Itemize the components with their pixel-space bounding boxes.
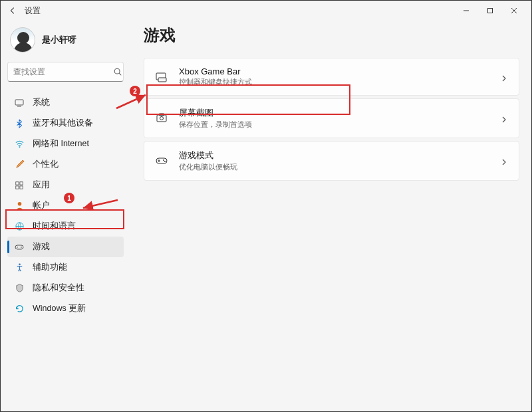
search-box[interactable] (7, 62, 124, 82)
svg-point-4 (114, 68, 120, 74)
sidebar-item-privacy[interactable]: 隐私和安全性 (7, 278, 124, 298)
svg-point-13 (17, 202, 21, 206)
sidebar-item-label: 帐户 (33, 200, 50, 211)
sidebar-item-label: Windows 更新 (33, 303, 86, 314)
card-game-mode[interactable]: 游戏模式 优化电脑以便畅玩 (144, 141, 519, 181)
avatar (10, 27, 35, 52)
search-input[interactable] (13, 67, 113, 76)
wifi-icon (14, 139, 25, 150)
annotation-badge-2: 2 (130, 86, 140, 96)
titlebar: 设置 (1, 1, 531, 21)
svg-rect-10 (20, 181, 23, 184)
card-title: 游戏模式 (179, 150, 489, 161)
window-title: 设置 (25, 5, 41, 17)
sidebar-item-update[interactable]: Windows 更新 (7, 298, 124, 319)
svg-rect-20 (158, 78, 166, 82)
svg-point-18 (19, 263, 21, 265)
svg-point-17 (21, 247, 22, 248)
sidebar-item-bluetooth[interactable]: 蓝牙和其他设备 (7, 113, 124, 134)
globe-icon (14, 221, 25, 232)
apps-icon (14, 180, 25, 191)
capture-icon (155, 112, 168, 125)
chevron-right-icon (500, 114, 508, 122)
username: 是小轩呀 (42, 34, 76, 46)
nav-list: 系统 蓝牙和其他设备 网络和 Internet 个性化 应用 帐户 (7, 92, 124, 319)
gamemode-icon (155, 154, 168, 167)
svg-rect-11 (16, 185, 19, 188)
svg-rect-6 (15, 100, 23, 105)
sidebar-item-apps[interactable]: 应用 (7, 175, 124, 195)
cards-list: Xbox Game Bar 控制器和键盘快捷方式 屏幕截图 保存位置，录制首选项… (144, 58, 519, 181)
svg-rect-12 (20, 185, 23, 188)
main-content: 游戏 Xbox Game Bar 控制器和键盘快捷方式 屏幕截图 保存位置，录制… (130, 21, 531, 411)
svg-rect-15 (15, 245, 23, 249)
back-button[interactable] (6, 4, 19, 17)
sidebar-item-label: 个性化 (33, 159, 59, 170)
user-icon (14, 201, 25, 211)
sidebar-item-label: 游戏 (33, 241, 50, 253)
card-text: Xbox Game Bar 控制器和键盘快捷方式 (179, 66, 489, 87)
user-profile[interactable]: 是小轩呀 (7, 25, 124, 62)
update-icon (14, 304, 25, 314)
xbox-bar-icon (155, 70, 168, 84)
svg-point-16 (17, 247, 18, 248)
card-captures[interactable]: 屏幕截图 保存位置，录制首选项 (144, 98, 519, 138)
maximize-button[interactable] (478, 1, 502, 20)
card-text: 游戏模式 优化电脑以便畅玩 (179, 150, 489, 172)
brush-icon (14, 159, 25, 170)
sidebar-item-accessibility[interactable]: 辅助功能 (7, 257, 124, 278)
sidebar-item-label: 隐私和安全性 (33, 282, 84, 294)
sidebar-item-label: 应用 (33, 179, 50, 191)
sidebar-item-label: 网络和 Internet (33, 138, 89, 150)
chevron-right-icon (500, 73, 508, 81)
svg-point-27 (163, 159, 164, 161)
svg-point-28 (164, 161, 166, 162)
sidebar-item-personalize[interactable]: 个性化 (7, 154, 124, 175)
svg-point-8 (19, 146, 20, 148)
sidebar-item-system[interactable]: 系统 (7, 92, 124, 113)
search-icon (113, 67, 122, 76)
chevron-right-icon (500, 157, 508, 165)
page-title: 游戏 (144, 25, 519, 46)
close-button[interactable] (502, 1, 526, 20)
sidebar-item-label: 系统 (33, 97, 50, 108)
accessibility-icon (14, 262, 25, 273)
card-title: 屏幕截图 (179, 107, 489, 119)
sidebar: 是小轩呀 系统 蓝牙和其他设备 网络和 Internet 个性化 (1, 21, 130, 411)
sidebar-item-label: 时间和语言 (33, 221, 76, 232)
card-xbox-game-bar[interactable]: Xbox Game Bar 控制器和键盘快捷方式 (144, 58, 519, 96)
gamepad-icon (14, 242, 25, 253)
annotation-badge-1: 1 (64, 193, 74, 203)
svg-point-22 (160, 117, 164, 120)
sidebar-item-time-language[interactable]: 时间和语言 (7, 216, 124, 237)
card-text: 屏幕截图 保存位置，录制首选项 (179, 107, 489, 130)
card-subtitle: 控制器和键盘快捷方式 (179, 77, 489, 87)
sidebar-item-label: 辅助功能 (33, 262, 67, 273)
sidebar-item-network[interactable]: 网络和 Internet (7, 134, 124, 154)
card-subtitle: 保存位置，录制首选项 (179, 120, 489, 130)
sidebar-item-label: 蓝牙和其他设备 (33, 118, 93, 129)
shield-icon (14, 283, 25, 294)
card-title: Xbox Game Bar (179, 66, 489, 76)
card-subtitle: 优化电脑以便畅玩 (179, 162, 489, 172)
svg-rect-9 (16, 181, 19, 184)
minimize-button[interactable] (454, 1, 478, 20)
sidebar-item-gaming[interactable]: 游戏 (7, 237, 124, 257)
window-controls (454, 1, 526, 20)
system-icon (14, 98, 25, 108)
bluetooth-icon (14, 118, 25, 129)
svg-rect-1 (488, 9, 493, 13)
svg-line-5 (119, 73, 121, 75)
